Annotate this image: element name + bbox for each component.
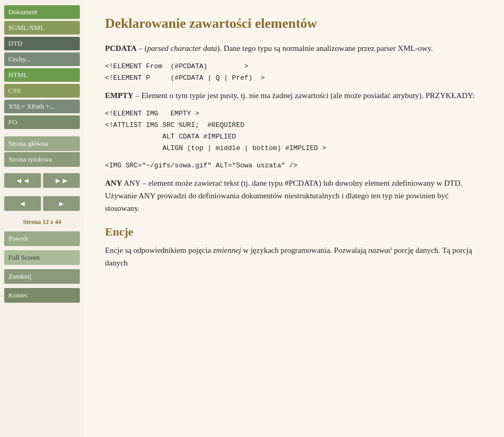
sidebar-item-dokument[interactable]: Dokument (4, 5, 80, 19)
sidebar-item-fo[interactable]: FO (4, 115, 80, 129)
sidebar-item-sgml[interactable]: SGML/XML (4, 21, 80, 35)
sidebar-section-pages: Strona główna Strona tytułowa (4, 135, 80, 168)
para4: Encje są odpowiednikiem pojęcia zmiennej… (105, 244, 483, 269)
next-fast-button[interactable]: ►► (43, 173, 80, 188)
koniec-button[interactable]: Koniec (4, 288, 80, 303)
sidebar: Dokument SGML/XML DTD Cechy... HTML CSS … (0, 0, 84, 437)
para4-text-2: w językach programowania. Pozwalają (241, 246, 368, 254)
nav-controls-bottom: ◄ ► (4, 196, 80, 211)
sidebar-item-xsl[interactable]: XSL= XPath +... (4, 100, 80, 113)
strona-glowna-button[interactable]: Strona główna (4, 136, 80, 151)
para3: ANY ANY – element może zawierać tekst (t… (105, 177, 483, 215)
para1: PCDATA – (parsed character data). Dane t… (105, 42, 483, 55)
prev-fast-button[interactable]: ◄◄ (4, 173, 41, 188)
page-total: 44 (55, 218, 61, 226)
next-button[interactable]: ► (43, 196, 80, 211)
para4-text-1: Encje są odpowiednikiem pojęcia (105, 246, 213, 254)
para2-text: – Element o tym typie jest pusty, tj. ni… (135, 91, 475, 100)
para1-text: – (parsed character data). Dane tego typ… (139, 44, 433, 52)
fullscreen-button[interactable]: Full Screen (4, 250, 80, 265)
prev-button[interactable]: ◄ (4, 196, 41, 211)
code-block-1: <!ELEMENT From (#PCDATA) > <!ELEMENT P (… (105, 61, 483, 84)
main-content: Deklarowanie zawartości elementów PCDATA… (84, 0, 504, 437)
nav-controls-top: ◄◄ ►► (4, 173, 80, 188)
sidebar-item-css[interactable]: CSS (4, 84, 80, 98)
code-block-3: <IMG SRC="~/gifs/sowa.gif" ALT="Sowa usz… (105, 160, 483, 172)
pcdata-label: PCDATA (105, 44, 136, 52)
page-info: Strona 12 z 44 (4, 216, 80, 228)
para2: EMPTY – Element o tym typie jest pusty, … (105, 89, 483, 102)
any-label: ANY (105, 179, 122, 187)
strona-tytulowa-button[interactable]: Strona tytułowa (4, 152, 80, 167)
page-separator: z (50, 218, 53, 226)
code-block-2: <!ELEMENT IMG EMPTY > <!ATTLIST IMG SRC … (105, 108, 483, 154)
powrot-button[interactable]: Powrót (4, 231, 80, 246)
sidebar-item-html[interactable]: HTML (4, 68, 80, 82)
sidebar-item-dtd[interactable]: DTD (4, 37, 80, 50)
page-current: 12 (43, 218, 49, 226)
page-heading: Deklarowanie zawartości elementów (105, 16, 483, 31)
page-label: Strona (23, 218, 41, 226)
para3-text: ANY – element może zawierać tekst (tj. d… (105, 179, 463, 212)
section-encje-heading: Encje (105, 225, 483, 239)
para4-italic: zmiennej (213, 246, 241, 254)
para4-italic2: nazwać (369, 246, 392, 254)
sidebar-item-cechy[interactable]: Cechy... (4, 52, 80, 66)
empty-label: EMPTY (105, 91, 133, 100)
zamknij-button[interactable]: Zamknij (4, 269, 80, 284)
